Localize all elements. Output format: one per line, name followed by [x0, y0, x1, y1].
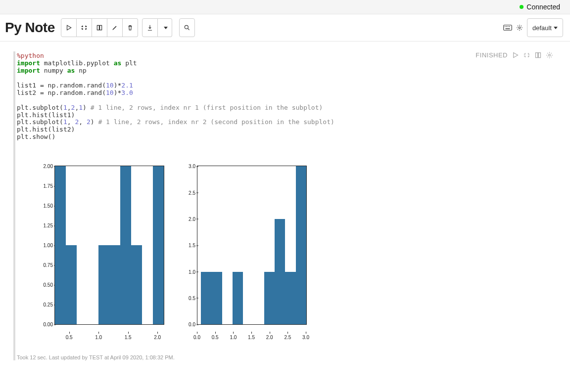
ytick-label: 2.0: [180, 216, 195, 221]
xtick-label: 1.0: [230, 335, 237, 340]
collapse-button[interactable]: [77, 18, 92, 37]
keyboard-icon[interactable]: [503, 24, 512, 31]
cell-footer: Took 12 sec. Last updated by TEST at Apr…: [17, 354, 553, 360]
download-icon: [146, 24, 153, 31]
header-right-controls: default: [503, 18, 563, 37]
cell-toolbar: FINISHED: [475, 51, 553, 59]
run-all-button[interactable]: [61, 18, 77, 37]
ytick-label: 1.50: [37, 203, 53, 209]
svg-rect-3: [506, 26, 507, 27]
collapse-paragraph-button[interactable]: [523, 51, 530, 59]
xtick-label: 1.0: [95, 335, 102, 340]
chevron-down-icon: [554, 27, 558, 29]
ytick-label: 1.25: [37, 223, 53, 228]
svg-rect-1: [504, 25, 512, 31]
search-button[interactable]: [179, 18, 195, 37]
chevron-down-icon: [164, 27, 168, 29]
svg-point-7: [519, 27, 521, 29]
code-editor[interactable]: %python import matplotlib.pyplot as plt …: [17, 51, 553, 141]
histogram-bar: [296, 166, 306, 324]
xtick-label: 1.5: [248, 335, 255, 340]
svg-point-0: [185, 25, 188, 29]
histogram-bar: [201, 272, 211, 325]
svg-rect-6: [505, 29, 510, 30]
ytick-label: 0.5: [180, 295, 195, 301]
histogram-left: 0.000.250.500.751.001.251.501.752.00 0.5…: [54, 166, 164, 333]
compress-icon: [81, 24, 88, 31]
histogram-bar: [98, 245, 109, 324]
connection-status: Connected: [526, 3, 560, 11]
xtick-label: 2.0: [266, 335, 273, 340]
play-icon: [65, 24, 72, 31]
xtick-label: 1.5: [125, 335, 132, 340]
histogram-bar: [285, 272, 295, 325]
cell-status: FINISHED: [475, 51, 508, 59]
cell-output: 0.000.250.500.751.001.251.501.752.00 0.5…: [37, 166, 553, 333]
xtick-label: 3.0: [302, 335, 309, 340]
xtick-label: 0.5: [212, 335, 219, 340]
edit-button[interactable]: [107, 18, 123, 37]
notebook-title[interactable]: Py Note: [5, 20, 55, 36]
xtick-label: 0.5: [66, 335, 73, 340]
histogram-bar: [212, 272, 222, 325]
xtick-label: 2.0: [154, 335, 161, 340]
histogram-bar: [120, 166, 131, 324]
book-icon: [96, 24, 103, 31]
show-code-button[interactable]: [92, 18, 107, 37]
ytick-label: 0.75: [37, 262, 53, 268]
pencil-icon: [111, 24, 118, 31]
histogram-bar: [66, 245, 77, 324]
trash-icon: [127, 24, 134, 31]
ytick-label: 0.25: [37, 302, 53, 307]
connection-dot-icon: [520, 5, 523, 9]
search-icon: [184, 24, 190, 31]
histogram-right: 0.00.51.01.52.02.53.0 0.00.51.01.52.02.5…: [197, 166, 307, 333]
histogram-bar: [109, 245, 120, 324]
ytick-label: 1.5: [180, 243, 195, 248]
export-group: [142, 18, 172, 37]
svg-rect-5: [509, 26, 510, 27]
svg-rect-2: [505, 26, 506, 27]
ytick-label: 0.0: [180, 322, 195, 327]
notebook-body: FINISHED %python import matplotlib.pyplo…: [0, 42, 570, 370]
ytick-label: 2.5: [180, 190, 195, 195]
interpreter-select[interactable]: default: [527, 18, 563, 37]
histogram-bar: [275, 219, 285, 324]
ytick-label: 2.00: [37, 164, 53, 169]
histogram-bar: [264, 272, 275, 325]
run-group: [61, 18, 138, 37]
delete-button[interactable]: [123, 18, 138, 37]
svg-point-8: [549, 54, 551, 56]
ytick-label: 1.75: [37, 183, 53, 189]
run-paragraph-button[interactable]: [512, 51, 519, 59]
settings-button[interactable]: [516, 24, 523, 31]
histogram-bar: [131, 245, 142, 324]
ytick-label: 0.50: [37, 282, 53, 288]
toggle-output-button[interactable]: [534, 51, 542, 59]
ytick-label: 1.00: [37, 243, 53, 248]
notebook-header: Py Note default: [0, 14, 570, 42]
xtick-label: 2.5: [284, 335, 291, 340]
histogram-bar: [55, 166, 66, 324]
interpreter-label: default: [532, 24, 552, 32]
ytick-label: 0.00: [37, 322, 53, 327]
xtick-label: 0.0: [193, 335, 200, 340]
paragraph-settings-button[interactable]: [546, 51, 553, 59]
paragraph-cell: FINISHED %python import matplotlib.pyplo…: [7, 51, 563, 360]
download-menu-button[interactable]: [158, 18, 172, 37]
ytick-label: 3.0: [180, 164, 195, 169]
ytick-label: 1.0: [180, 269, 195, 274]
histogram-bar: [153, 166, 164, 324]
download-button[interactable]: [142, 18, 158, 37]
svg-rect-4: [508, 26, 509, 27]
top-status-bar: Connected: [0, 0, 570, 14]
histogram-bar: [233, 272, 243, 325]
cell-gutter: [13, 51, 15, 360]
